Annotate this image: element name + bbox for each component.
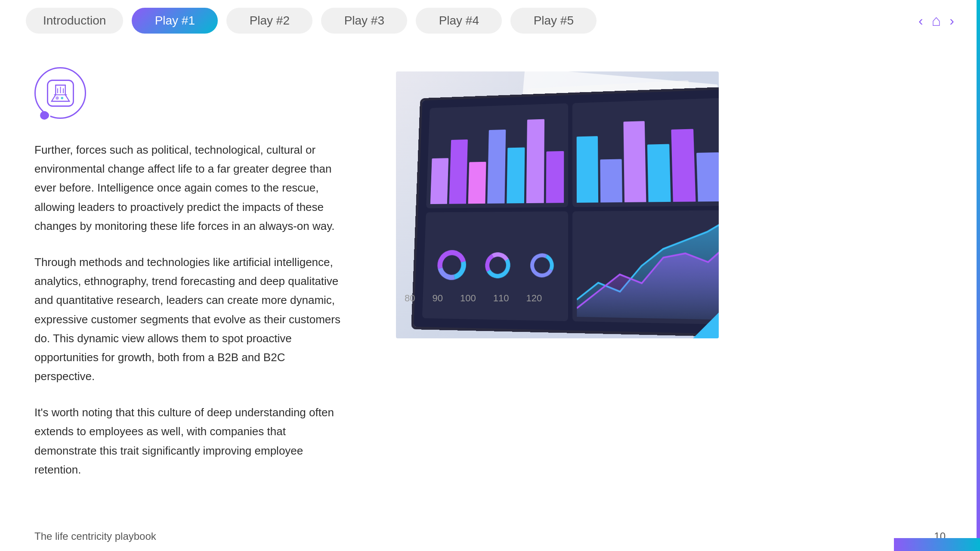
left-content: Further, forces such as political, techn… xyxy=(34,67,362,496)
tab-play4[interactable]: Play #4 xyxy=(416,8,502,34)
svg-point-3 xyxy=(61,96,63,99)
right-image-area: 80 90 100 110 120 xyxy=(396,67,719,496)
icon-dot xyxy=(41,111,50,120)
tab-play2[interactable]: Play #2 xyxy=(226,8,312,34)
tab-play1[interactable]: Play #1 xyxy=(132,8,218,34)
navigation-bar: Introduction Play #1 Play #2 Play #3 Pla… xyxy=(0,0,980,41)
footer-label: The life centricity playbook xyxy=(34,530,156,542)
bar-chart-widget-2 xyxy=(572,98,719,207)
num-90: 90 xyxy=(432,293,442,304)
num-100: 100 xyxy=(460,293,476,304)
paragraph-2: Through methods and technologies like ar… xyxy=(34,253,344,386)
prev-icon[interactable]: ‹ xyxy=(918,13,923,29)
tab-introduction[interactable]: Introduction xyxy=(26,8,123,34)
main-content: Further, forces such as political, techn… xyxy=(0,50,980,514)
tab-play3[interactable]: Play #3 xyxy=(321,8,407,34)
footer: The life centricity playbook 10 xyxy=(0,522,980,551)
donut-chart-widget xyxy=(422,211,568,321)
paragraph-1: Further, forces such as political, techn… xyxy=(34,140,344,235)
lab-flask-icon xyxy=(44,77,77,109)
analytics-image: 80 90 100 110 120 xyxy=(396,71,719,338)
next-icon[interactable]: › xyxy=(949,13,954,29)
tab-play5[interactable]: Play #5 xyxy=(510,8,597,34)
svg-point-2 xyxy=(56,96,59,100)
num-80: 80 xyxy=(405,293,415,304)
paragraph-3: It's worth noting that this culture of d… xyxy=(34,403,344,479)
section-icon xyxy=(34,67,86,119)
teal-accent-bar xyxy=(977,0,980,551)
area-chart-widget xyxy=(572,210,719,325)
num-110: 110 xyxy=(493,293,509,304)
bar-chart-widget xyxy=(426,103,568,208)
paper-numbers: 80 90 100 110 120 xyxy=(405,293,542,304)
home-icon[interactable]: ⌂ xyxy=(932,12,941,30)
bottom-accent-bar xyxy=(894,538,980,551)
num-120: 120 xyxy=(526,293,542,304)
nav-controls: ‹ ⌂ › xyxy=(918,12,954,30)
triangle-accent xyxy=(693,313,719,338)
